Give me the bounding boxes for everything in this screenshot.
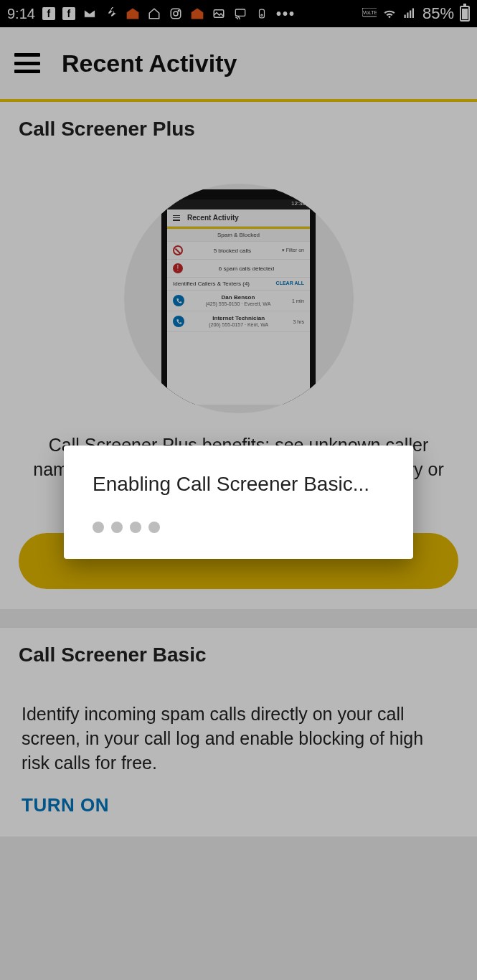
gallery-icon	[212, 6, 226, 21]
facebook-icon: f	[42, 7, 55, 20]
screen: 9:14 f f ••• VoLTE 85% Recent Activity C	[0, 0, 477, 980]
home-solid-icon	[190, 6, 204, 21]
battery-icon	[460, 6, 470, 22]
mock-title: Recent Activity	[187, 214, 239, 222]
warning-icon: !	[173, 263, 183, 273]
phone-icon	[173, 295, 184, 306]
svg-rect-9	[404, 15, 405, 19]
plus-header: Call Screener Plus	[0, 102, 477, 156]
mock-menu-icon	[173, 215, 180, 221]
phone-mockup: 12:30 Recent Activity Spam & Blocked 5 b…	[161, 189, 316, 405]
mock-row1-right: ▾ Filter on	[282, 248, 304, 253]
volte-icon: VoLTE	[362, 6, 377, 21]
page-title: Recent Activity	[62, 50, 237, 77]
svg-rect-12	[412, 9, 414, 19]
cast-icon	[233, 6, 247, 21]
menu-icon[interactable]	[14, 53, 40, 73]
svg-rect-10	[407, 13, 408, 19]
wifi-icon	[382, 6, 397, 21]
app-bar: Recent Activity	[0, 27, 477, 99]
mock-caller1-time: 1 min	[292, 298, 304, 303]
mock-caller1-sub: (425) 555-0150 · Everett, WA	[206, 301, 271, 306]
basic-body: Identify incoming spam calls directly on…	[0, 682, 477, 836]
status-bar: 9:14 f f ••• VoLTE 85%	[0, 0, 477, 27]
svg-text:VoLTE: VoLTE	[363, 10, 377, 15]
mock-status-time: 12:30	[291, 200, 306, 207]
basic-description: Identify incoming spam calls directly on…	[22, 702, 455, 775]
svg-point-1	[174, 11, 178, 16]
status-right: VoLTE 85%	[362, 4, 470, 23]
svg-point-6	[261, 14, 263, 16]
status-time: 9:14	[7, 6, 35, 22]
facebook-icon: f	[62, 7, 75, 20]
mock-spam-header: Spam & Blocked	[167, 229, 310, 242]
basic-header: Call Screener Basic	[0, 628, 477, 682]
mock-row1: 5 blocked calls	[189, 248, 276, 254]
status-left: 9:14 f f •••	[7, 6, 296, 22]
pinwheel-icon	[104, 6, 118, 21]
gmail-icon	[82, 6, 97, 21]
battery-text: 85%	[422, 4, 454, 23]
home-outline-icon	[147, 6, 161, 21]
blocked-icon	[173, 245, 183, 255]
svg-point-2	[178, 10, 179, 11]
mock-caller2-time: 3 hrs	[293, 319, 304, 324]
instagram-icon	[169, 6, 183, 21]
svg-rect-11	[410, 11, 411, 19]
hero-image: 12:30 Recent Activity Spam & Blocked 5 b…	[0, 169, 477, 420]
mock-identified-header: Identified Callers & Texters (4)	[173, 281, 250, 287]
mock-caller1: Dan Benson	[222, 294, 255, 301]
signal-icon	[402, 6, 417, 21]
loading-dots-icon	[93, 522, 384, 533]
mock-clear-all: CLEAR ALL	[276, 281, 304, 287]
mock-row2: 6 spam calls detected	[189, 265, 304, 272]
turn-on-button[interactable]: TURN ON	[22, 794, 109, 816]
svg-rect-4	[235, 9, 245, 16]
dialog-title: Enabling Call Screener Basic...	[93, 473, 384, 496]
loading-dialog: Enabling Call Screener Basic...	[64, 446, 413, 559]
mock-caller2: Internet Technician	[212, 315, 265, 321]
home-solid-icon	[126, 6, 140, 21]
phone-icon	[173, 316, 184, 327]
device-icon	[255, 6, 269, 21]
more-icon: •••	[276, 6, 296, 22]
mock-caller2-sub: (206) 555-0157 · Kent, WA	[209, 322, 268, 327]
